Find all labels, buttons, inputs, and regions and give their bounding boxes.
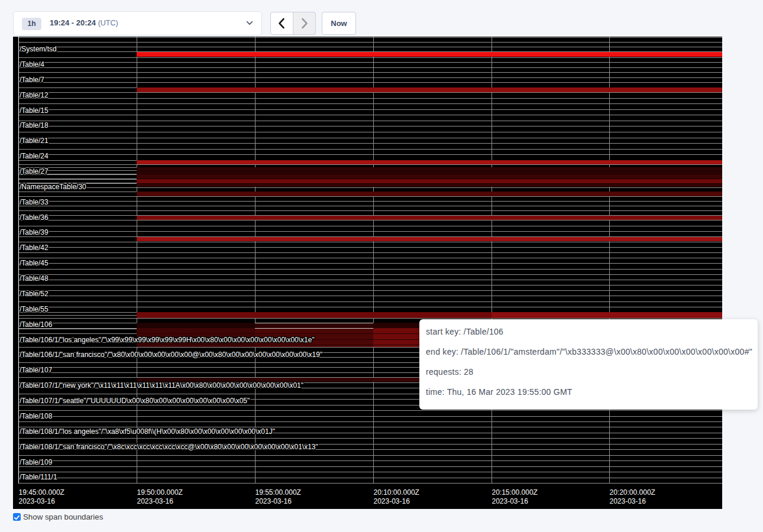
svg-text:/NamespaceTable/30: /NamespaceTable/30 xyxy=(20,183,86,191)
svg-text:/Table/27: /Table/27 xyxy=(20,167,49,176)
svg-text:/Table/109: /Table/109 xyxy=(20,458,53,466)
svg-text:/Table/45: /Table/45 xyxy=(20,259,49,267)
svg-text:/Table/107/1/"new york"/"\x11\: /Table/107/1/"new york"/"\x11\x11\x11\x1… xyxy=(20,381,303,390)
svg-text:/Table/4: /Table/4 xyxy=(20,60,44,69)
svg-text:/Table/36: /Table/36 xyxy=(20,213,49,222)
svg-text:2023-03-16: 2023-03-16 xyxy=(137,497,174,505)
svg-text:20:20:00.000Z: 20:20:00.000Z xyxy=(610,488,655,497)
svg-text:/Table/39: /Table/39 xyxy=(20,228,49,236)
svg-text:2023-03-16: 2023-03-16 xyxy=(610,497,646,505)
svg-text:/Table/48: /Table/48 xyxy=(20,274,49,283)
svg-text:20:15:00.000Z: 20:15:00.000Z xyxy=(492,488,538,497)
svg-text:/Table/108/1/"san francisco"/": /Table/108/1/"san francisco"/"\x8c\xcc\x… xyxy=(20,443,318,451)
svg-text:/Table/42: /Table/42 xyxy=(20,244,49,252)
svg-text:/Table/21: /Table/21 xyxy=(20,137,49,145)
svg-text:2023-03-16: 2023-03-16 xyxy=(374,497,410,505)
svg-text:/System/tsd: /System/tsd xyxy=(20,45,57,53)
svg-text:19:55:00.000Z: 19:55:00.000Z xyxy=(256,488,301,497)
svg-text:/Table/106: /Table/106 xyxy=(20,320,53,329)
svg-text:/Table/12: /Table/12 xyxy=(20,91,49,99)
svg-text:/Table/24: /Table/24 xyxy=(20,152,49,160)
svg-text:/Table/55: /Table/55 xyxy=(20,305,49,313)
svg-text:/Table/107: /Table/107 xyxy=(20,366,53,374)
svg-text:/Table/7: /Table/7 xyxy=(20,76,44,84)
svg-text:/Table/106/1/"san francisco"/": /Table/106/1/"san francisco"/"\x80\x00\x… xyxy=(20,351,322,359)
svg-text:19:50:00.000Z: 19:50:00.000Z xyxy=(137,488,183,497)
svg-text:/Table/52: /Table/52 xyxy=(20,290,49,298)
svg-text:2023-03-16: 2023-03-16 xyxy=(492,497,529,505)
svg-text:/Table/111/1: /Table/111/1 xyxy=(20,473,57,481)
svg-text:20:10:00.000Z: 20:10:00.000Z xyxy=(374,488,419,497)
svg-text:/Table/15: /Table/15 xyxy=(20,106,49,115)
svg-text:/Table/107/1/"seattle"/"UUUUUU: /Table/107/1/"seattle"/"UUUUUUD\x00\x80\… xyxy=(20,397,250,405)
svg-text:/Table/33: /Table/33 xyxy=(20,198,49,206)
svg-text:/Table/106/1/"los angeles"/"\x: /Table/106/1/"los angeles"/"\x99\x99\x99… xyxy=(20,336,315,344)
svg-text:/Table/18: /Table/18 xyxy=(20,121,49,129)
svg-text:/Table/108: /Table/108 xyxy=(20,412,53,420)
svg-text:2023-03-16: 2023-03-16 xyxy=(256,497,292,505)
svg-text:2023-03-16: 2023-03-16 xyxy=(19,497,56,505)
svg-text:/Table/108/1/"los angeles"/"\x: /Table/108/1/"los angeles"/"\xa8\xf5\u00… xyxy=(20,427,275,436)
svg-text:19:45:00.000Z: 19:45:00.000Z xyxy=(19,488,64,497)
